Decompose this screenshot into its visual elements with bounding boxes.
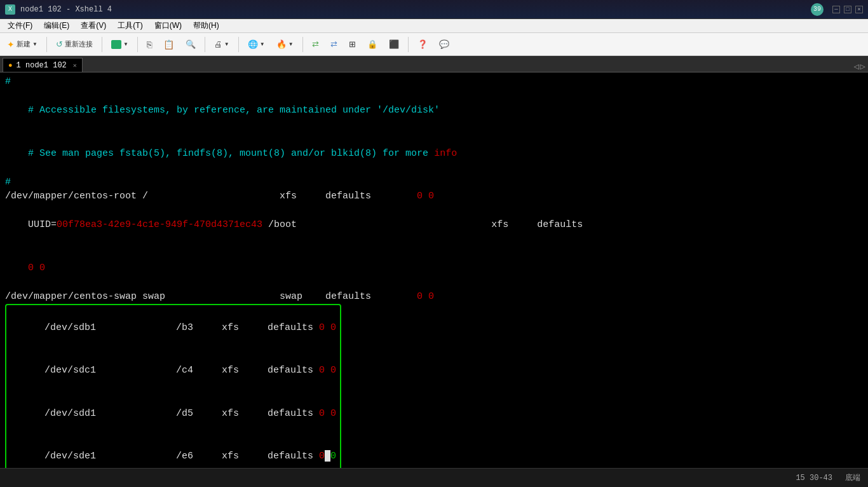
close-button[interactable]: ✕ [855,6,863,13]
copy-button[interactable]: ⎘ [142,36,156,53]
menu-help[interactable]: 帮助(H) [188,19,224,32]
toolbar-separator-2 [102,37,102,52]
menu-window[interactable]: 窗口(W) [149,19,187,32]
tab-node1[interactable]: ● 1 node1 102 ✕ [3,58,83,72]
term-sdb1-line: /dev/sdb1 /b3 xfs defaults 0 0 [10,306,336,350]
app-icon: X [5,4,15,15]
terminal-area[interactable]: # # Accessible filesystems, by reference… [0,72,868,468]
status-position: 15 30-43 [796,474,832,483]
reconnect-button[interactable]: ↺ 重新连接 [51,36,97,53]
toolbar: ✦ 新建 ▼ ↺ 重新连接 ▼ ⎘ 📋 🔍 🖨 ▼ 🌐 ▼ 🔥 ▼ ⇄ ⇄ [0,33,868,56]
term-swap-line: /dev/mapper/centos-swap swap swap defaul… [5,290,863,305]
status-mode: 底端 [845,472,860,483]
menu-tools[interactable]: 工具(T) [112,19,147,32]
title-bar: X node1 102 - Xshell 4 39 ─ □ ✕ [0,0,868,19]
sftp-button[interactable]: ⇄ [308,36,323,53]
grid-button[interactable]: ⊞ [344,36,360,53]
status-bar: 15 30-43 底端 [0,468,868,487]
print-button[interactable]: 🖨 ▼ [210,36,234,53]
toolbar-separator-6 [302,37,303,52]
highlighted-block: /dev/sdb1 /b3 xfs defaults 0 0 /dev/sdc1… [5,304,341,468]
menu-file[interactable]: 文件(F) [3,19,37,32]
internet-button[interactable]: 🌐 ▼ [243,36,269,53]
tab-arrow-left[interactable]: ◁ [853,61,858,72]
extra-button[interactable]: 🔥 ▼ [272,36,298,53]
term-root-line: /dev/mapper/centos-root / xfs defaults 0… [5,189,863,204]
term-sdd1-line: /dev/sdd1 /d5 xfs defaults 0 0 [10,392,336,436]
toolbar-separator-1 [46,37,47,52]
term-uuid-line: UUID=00f78ea3-42e9-4c1e-949f-470d4371ec4… [5,204,863,247]
toolbar-separator-5 [238,37,239,52]
notification-badge: 39 [811,3,824,16]
minimize-button[interactable]: ─ [832,6,840,13]
term-sde1-line: /dev/sde1 /e6 xfs defaults 00 [10,436,336,469]
term-uuid-nums: 0 0 [5,247,863,290]
menu-edit[interactable]: 编辑(E) [39,19,74,32]
help-button[interactable]: ❓ [413,36,432,53]
tab-arrow-right[interactable]: ▷ [860,61,865,72]
maximize-button[interactable]: □ [844,6,851,13]
toolbar-separator-3 [137,37,138,52]
tab-close-button[interactable]: ✕ [73,62,77,69]
stop-button[interactable]: ⬛ [384,36,403,53]
tab-scroll-arrows: ◁ ▷ [853,61,865,72]
session-button[interactable]: ▼ [107,36,133,53]
chat-button[interactable]: 💬 [435,36,454,53]
tab-bar: ● 1 node1 102 ✕ ◁ ▷ [0,56,868,72]
term-line-hash1: # [5,75,863,90]
sftp2-button[interactable]: ⇄ [326,36,342,53]
tab-label: 1 node1 102 [17,61,67,70]
lock-button[interactable]: 🔒 [363,36,382,53]
toolbar-separator-7 [408,37,409,52]
new-button[interactable]: ✦ 新建 ▼ [3,36,42,53]
paste-button[interactable]: 📋 [159,36,179,53]
window-title: node1 102 - Xshell 4 [20,5,112,14]
term-sdc1-line: /dev/sdc1 /c4 xfs defaults 0 0 [10,350,336,393]
menu-view[interactable]: 查看(V) [76,19,111,32]
term-line-hash3: # [5,175,863,190]
find-button[interactable]: 🔍 [181,36,200,53]
term-comment1: # Accessible filesystems, by reference, … [5,90,863,133]
toolbar-separator-4 [205,37,205,52]
term-comment2: # See man pages fstab(5), findfs(8), mou… [5,132,863,175]
menu-bar: 文件(F) 编辑(E) 查看(V) 工具(T) 窗口(W) 帮助(H) [0,19,868,33]
cursor [325,450,330,462]
